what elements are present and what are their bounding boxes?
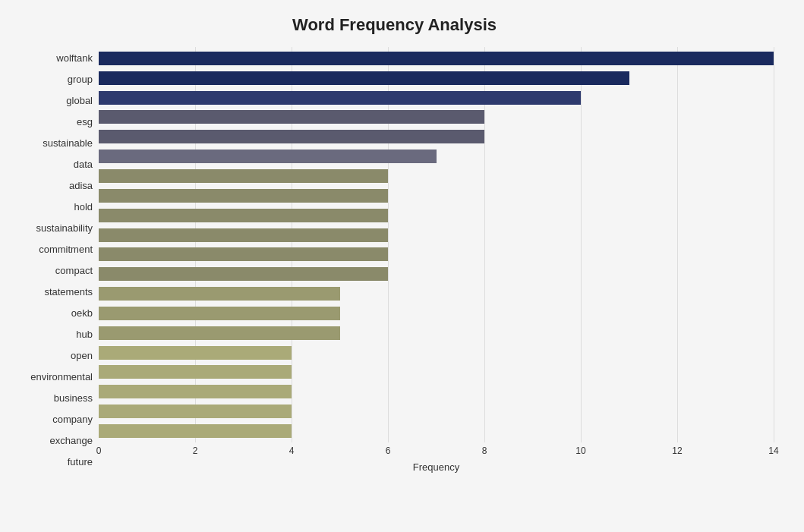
- bar-row: [99, 345, 774, 361]
- y-label: global: [66, 96, 93, 105]
- bar: [99, 267, 388, 281]
- bar: [99, 150, 437, 163]
- y-label: esg: [77, 117, 93, 127]
- bar-row: [99, 227, 774, 244]
- bar-row: [99, 90, 774, 106]
- bar-row: [99, 325, 774, 342]
- bar: [99, 91, 581, 105]
- y-label: future: [68, 457, 93, 467]
- bar-row: [99, 148, 774, 165]
- y-label: compact: [55, 266, 93, 275]
- x-tick-label: 0: [96, 445, 102, 456]
- x-tick-label: 4: [289, 445, 295, 456]
- bar-row: [99, 187, 774, 204]
- y-label: group: [68, 74, 93, 84]
- y-label: environmental: [30, 372, 93, 382]
- x-axis: Frequency 02468101214: [99, 442, 774, 473]
- y-label: statements: [44, 287, 93, 297]
- bar: [99, 424, 292, 438]
- chart-container: Word Frequency Analysis wolftankgroupglo…: [0, 0, 804, 532]
- bar: [99, 385, 292, 398]
- bar-row: [99, 246, 774, 263]
- bar: [99, 71, 629, 85]
- x-tick-label: 12: [672, 445, 682, 456]
- bar-row: [99, 109, 774, 125]
- x-axis-label: Frequency: [413, 461, 459, 473]
- bar: [99, 130, 484, 143]
- bar-row: [99, 207, 774, 224]
- bar-row: [99, 383, 774, 400]
- bar-row: [99, 285, 774, 302]
- x-tick-label: 2: [193, 445, 198, 456]
- bars-area: [99, 47, 774, 442]
- bar-row: [99, 50, 774, 67]
- bar: [99, 247, 388, 261]
- bar-row: [99, 305, 774, 322]
- y-label: oekb: [71, 308, 93, 318]
- y-label: sustainable: [43, 138, 93, 148]
- bar: [99, 365, 292, 379]
- bar-row: [99, 423, 774, 439]
- bar-row: [99, 70, 774, 87]
- bar: [99, 209, 388, 222]
- y-label: wolftank: [56, 53, 93, 63]
- bar-row: [99, 266, 774, 282]
- bar: [99, 169, 388, 183]
- grid-line: [774, 47, 774, 442]
- x-tick-label: 14: [768, 445, 778, 456]
- bar: [99, 110, 484, 124]
- y-label: exchange: [50, 436, 93, 445]
- y-label: sustainability: [36, 223, 93, 233]
- y-label: data: [74, 159, 93, 169]
- bar-row: [99, 403, 774, 420]
- bar: [99, 346, 292, 360]
- x-tick-label: 10: [575, 445, 585, 456]
- chart-area: wolftankgroupglobalesgsustainabledataadi…: [15, 47, 774, 473]
- x-tick-label: 8: [482, 445, 487, 456]
- bar: [99, 52, 774, 65]
- bar: [99, 189, 388, 203]
- bar: [99, 228, 388, 242]
- chart-title: Word Frequency Analysis: [15, 15, 774, 35]
- y-label: adisa: [69, 181, 93, 190]
- bar: [99, 326, 340, 340]
- bar: [99, 287, 340, 301]
- bar: [99, 307, 340, 320]
- y-label: business: [54, 393, 93, 403]
- x-tick-label: 6: [386, 445, 391, 456]
- bar-row: [99, 168, 774, 184]
- y-label: company: [52, 414, 93, 424]
- bar-row: [99, 128, 774, 145]
- y-label: commitment: [39, 244, 93, 254]
- y-label: hub: [76, 329, 93, 339]
- bar-row: [99, 364, 774, 380]
- y-label: hold: [74, 202, 93, 212]
- bars-and-x: Frequency 02468101214: [99, 47, 774, 473]
- bar: [99, 405, 292, 418]
- y-label: open: [71, 351, 93, 360]
- bars-wrapper: [99, 47, 774, 442]
- y-axis: wolftankgroupglobalesgsustainabledataadi…: [15, 47, 99, 473]
